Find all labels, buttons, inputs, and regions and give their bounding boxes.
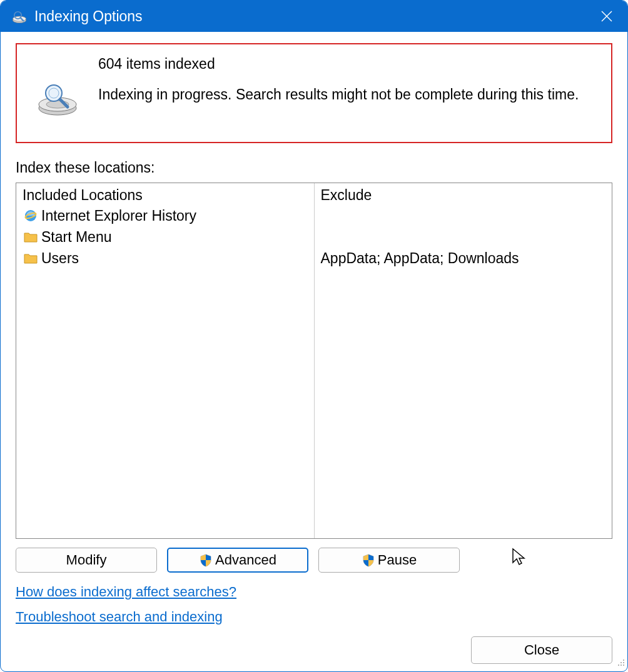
exclude-column: Exclude AppData; AppData; Downloads: [315, 183, 612, 538]
svg-point-16: [623, 662, 624, 663]
locations-list[interactable]: Included Locations Internet Explorer His…: [16, 183, 612, 539]
shield-icon: [199, 553, 213, 567]
folder-icon: [23, 229, 39, 245]
exclude-value: AppData; AppData; Downloads: [321, 248, 606, 269]
indexed-count: 604 items indexed: [98, 56, 605, 73]
modify-button[interactable]: Modify: [16, 548, 157, 573]
svg-point-19: [623, 664, 624, 666]
ie-icon: [23, 208, 39, 224]
status-message: Indexing in progress. Search results mig…: [98, 86, 605, 103]
svg-point-14: [623, 659, 624, 661]
shield-icon: [362, 553, 375, 567]
svg-point-15: [620, 662, 622, 663]
exclude-header: Exclude: [321, 187, 606, 204]
help-link-how[interactable]: How does indexing affect searches?: [16, 584, 236, 600]
list-item[interactable]: Start Menu: [23, 226, 308, 248]
svg-point-18: [620, 664, 622, 666]
app-icon: [11, 8, 28, 25]
included-column: Included Locations Internet Explorer His…: [16, 183, 315, 538]
drive-search-icon: [23, 56, 92, 117]
titlebar: Indexing Options: [1, 1, 627, 32]
included-header: Included Locations: [23, 187, 308, 204]
content-area: 604 items indexed Indexing in progress. …: [1, 32, 627, 671]
svg-point-17: [618, 664, 619, 666]
list-item-label: Start Menu: [41, 226, 112, 248]
close-button[interactable]: Close: [471, 636, 612, 664]
close-icon[interactable]: [591, 1, 622, 32]
status-panel: 604 items indexed Indexing in progress. …: [16, 43, 612, 143]
button-row: Modify Advanced: [16, 548, 612, 573]
locations-label: Index these locations:: [16, 159, 612, 176]
list-item-label: Users: [41, 248, 79, 269]
resize-grip[interactable]: [615, 656, 625, 669]
pause-button[interactable]: Pause: [318, 548, 460, 573]
indexing-options-window: Indexing Options 604 items index: [0, 0, 628, 672]
window-title: Indexing Options: [34, 8, 591, 25]
help-link-troubleshoot[interactable]: Troubleshoot search and indexing: [16, 609, 223, 625]
list-item[interactable]: Users: [23, 248, 308, 269]
list-item-label: Internet Explorer History: [41, 205, 196, 226]
advanced-button[interactable]: Advanced: [167, 548, 308, 573]
folder-icon: [23, 250, 39, 266]
list-item[interactable]: Internet Explorer History: [23, 205, 308, 226]
